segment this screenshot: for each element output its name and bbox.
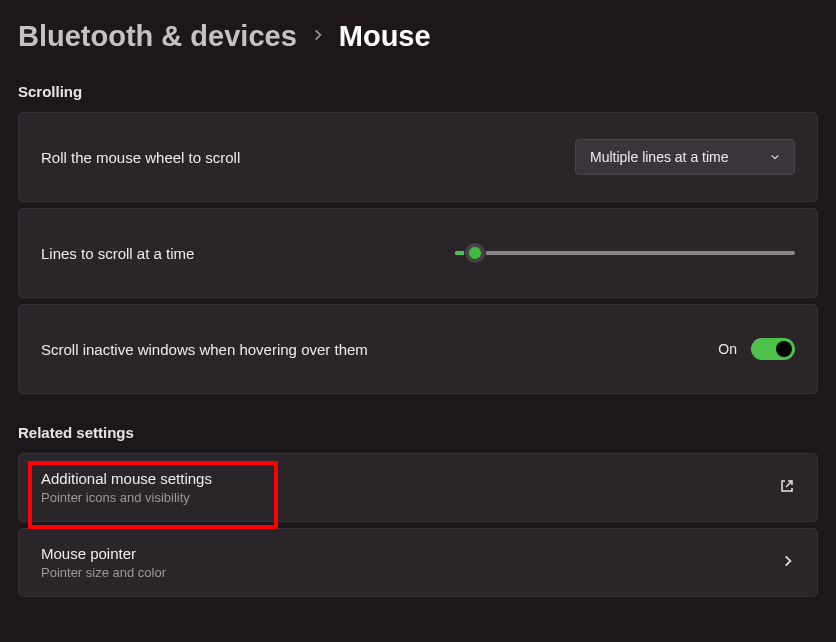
chevron-right-icon [781, 554, 795, 572]
chevron-down-icon [770, 148, 780, 166]
breadcrumb-parent[interactable]: Bluetooth & devices [18, 20, 297, 53]
slider-thumb[interactable] [465, 243, 485, 263]
setting-inactive-label: Scroll inactive windows when hovering ov… [41, 341, 368, 358]
breadcrumb: Bluetooth & devices Mouse [18, 20, 818, 53]
lines-slider[interactable] [455, 251, 795, 255]
setting-roll-label: Roll the mouse wheel to scroll [41, 149, 240, 166]
setting-scroll-inactive: Scroll inactive windows when hovering ov… [18, 304, 818, 394]
related-additional-mouse-settings[interactable]: Additional mouse settings Pointer icons … [18, 453, 818, 522]
toggle-state-label: On [718, 341, 737, 357]
related-item-label: Mouse pointer [41, 545, 166, 562]
roll-dropdown[interactable]: Multiple lines at a time [575, 139, 795, 175]
related-mouse-pointer[interactable]: Mouse pointer Pointer size and color [18, 528, 818, 597]
section-title-scrolling: Scrolling [18, 83, 818, 100]
inactive-toggle[interactable] [751, 338, 795, 360]
setting-roll-wheel: Roll the mouse wheel to scroll Multiple … [18, 112, 818, 202]
related-item-label: Additional mouse settings [41, 470, 212, 487]
chevron-right-icon [311, 26, 325, 47]
section-title-related: Related settings [18, 424, 818, 441]
external-link-icon [779, 478, 795, 498]
breadcrumb-current: Mouse [339, 20, 431, 53]
setting-lines-scroll: Lines to scroll at a time [18, 208, 818, 298]
dropdown-value: Multiple lines at a time [590, 149, 729, 165]
related-item-sublabel: Pointer icons and visibility [41, 490, 212, 505]
related-item-sublabel: Pointer size and color [41, 565, 166, 580]
setting-lines-label: Lines to scroll at a time [41, 245, 194, 262]
